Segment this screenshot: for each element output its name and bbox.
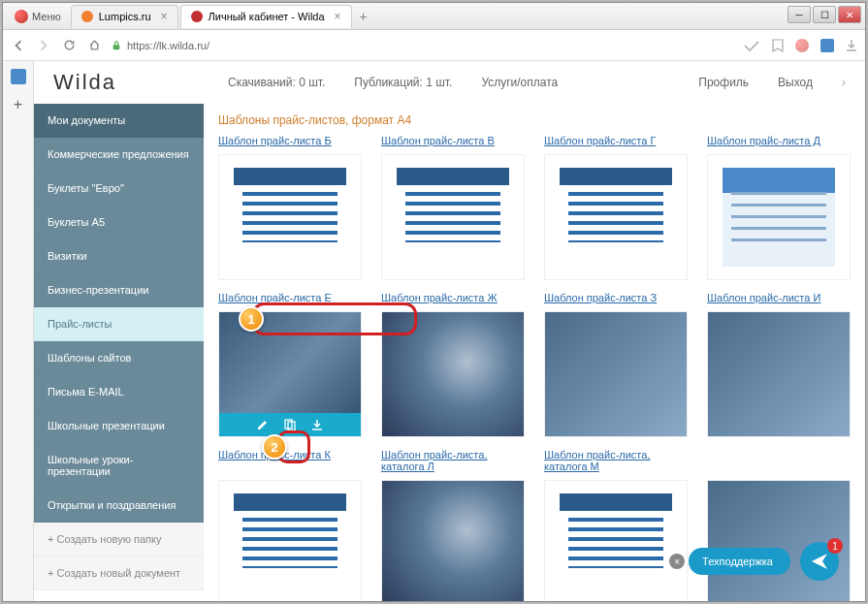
template-link[interactable]: Шаблон прайс-листа В	[381, 135, 525, 148]
sidebar-item-school-lessons[interactable]: Школьные уроки-презентации	[34, 443, 204, 489]
vpn-icon[interactable]	[743, 40, 760, 51]
sidebar-item-price-lists[interactable]: Прайс-листы	[34, 307, 204, 341]
support-pill[interactable]: Техподдержка	[689, 548, 790, 575]
header-stat-publications[interactable]: Публикаций: 1 шт.	[354, 76, 452, 89]
svg-rect-0	[113, 45, 120, 49]
rail-add-icon[interactable]: +	[14, 96, 22, 113]
minimize-button[interactable]: ─	[788, 6, 811, 23]
tab-favicon	[81, 11, 93, 22]
support-fab-button[interactable]: 1	[800, 542, 839, 581]
template-link[interactable]: Шаблон прайс-листа К	[218, 449, 362, 474]
back-button[interactable]	[11, 38, 26, 53]
sidebar-item-school-pres[interactable]: Школьные презентации	[34, 409, 204, 443]
maximize-button[interactable]: ☐	[813, 6, 836, 23]
support-close-button[interactable]: ×	[669, 554, 685, 569]
page-heading: Шаблоны прайс-листов, формат А4	[218, 113, 851, 127]
close-window-button[interactable]: ✕	[838, 6, 861, 23]
sidebar-item-my-docs[interactable]: Мои документы	[34, 104, 204, 138]
home-button[interactable]	[86, 38, 102, 53]
template-card: Шаблон прайс-листа В	[381, 135, 525, 280]
close-tab-icon[interactable]: ×	[335, 10, 341, 23]
template-link[interactable]: Шаблон прайс-листа, каталога М	[544, 449, 688, 474]
tab-label: Личный кабинет - Wilda	[209, 11, 325, 22]
url-field[interactable]: https://lk.wilda.ru/	[112, 40, 733, 51]
sidebar-item-booklets-a5[interactable]: Буклеты А5	[34, 206, 204, 239]
template-card-selected: Шаблон прайс-листа Е	[218, 292, 362, 437]
template-link[interactable]: Шаблон прайс-листа Е	[218, 292, 362, 305]
template-link[interactable]: Шаблон прайс-листа Г	[544, 135, 688, 148]
copy-icon[interactable]	[283, 418, 297, 431]
sidebar-item-site-templates[interactable]: Шаблоны сайтов	[34, 341, 204, 375]
browser-menu-button[interactable]: Меню	[7, 10, 69, 23]
sidebar-item-commercial[interactable]: Коммерческие предложения	[34, 138, 204, 172]
template-thumbnail[interactable]	[218, 480, 362, 601]
header-stat-downloads[interactable]: Скачиваний: 0 шт.	[228, 76, 325, 89]
template-card: Шаблон прайс-листа З	[544, 292, 688, 437]
chevron-right-icon: ›	[842, 76, 846, 89]
support-badge: 1	[827, 538, 843, 554]
template-card: Шаблон прайс-листа К	[218, 449, 362, 601]
template-card: Шаблон прайс-листа Д	[707, 135, 851, 280]
sidebar-item-emails[interactable]: Письма E-MAIL	[34, 375, 204, 409]
template-thumbnail[interactable]	[381, 154, 525, 280]
template-link[interactable]: Шаблон прайс-листа З	[544, 292, 688, 305]
template-thumbnail[interactable]	[381, 311, 525, 437]
lock-icon	[112, 41, 121, 50]
sidebar-item-booklets-euro[interactable]: Буклеты "Евро"	[34, 172, 204, 206]
edit-icon[interactable]	[256, 418, 270, 431]
url-text: https://lk.wilda.ru/	[127, 40, 209, 51]
template-link[interactable]: Шаблон прайс-листа Ж	[381, 292, 525, 305]
tab-favicon	[191, 11, 203, 22]
sidebar-item-biz-presentations[interactable]: Бизнес-презентации	[34, 273, 204, 307]
close-tab-icon[interactable]: ×	[161, 10, 168, 23]
sidebar-item-new-document[interactable]: + Создать новый документ	[34, 556, 204, 590]
reload-button[interactable]	[61, 38, 77, 53]
opera-sync-icon[interactable]	[795, 39, 809, 52]
sidebar-item-new-folder[interactable]: + Создать новую папку	[34, 523, 204, 556]
logo[interactable]: Wilda	[53, 70, 199, 95]
template-link[interactable]: Шаблон прайс-листа И	[707, 292, 851, 305]
template-thumbnail[interactable]	[544, 480, 688, 601]
template-card: Шаблон прайс-листа Б	[218, 135, 362, 280]
template-card: Шаблон прайс-листа Г	[544, 135, 688, 280]
sidebar-item-cards[interactable]: Визитки	[34, 239, 204, 273]
template-thumbnail[interactable]	[544, 311, 688, 437]
template-link[interactable]: Шаблон прайс-листа, каталога Л	[381, 449, 525, 474]
template-card: Шаблон прайс-листа И	[707, 292, 851, 437]
template-link[interactable]: Шаблон прайс-листа Б	[218, 135, 362, 148]
forward-button[interactable]	[36, 38, 51, 53]
browser-sidebar-rail: +	[3, 61, 34, 601]
template-thumbnail[interactable]	[544, 154, 688, 280]
template-thumbnail[interactable]	[218, 154, 362, 280]
template-link[interactable]: Шаблон прайс-листа Д	[707, 135, 851, 148]
browser-tab-active[interactable]: Личный кабинет - Wilda ×	[180, 5, 352, 28]
template-thumbnail[interactable]	[381, 480, 525, 601]
template-thumbnail[interactable]	[218, 311, 362, 437]
header-services-link[interactable]: Услуги/оплата	[481, 76, 558, 89]
menu-label: Меню	[32, 11, 61, 22]
bookmark-icon[interactable]	[772, 39, 784, 52]
download-icon[interactable]	[310, 418, 324, 431]
template-card: Шаблон прайс-листа Ж	[381, 292, 525, 437]
templates-area: Шаблоны прайс-листов, формат А4 Шаблон п…	[204, 104, 865, 601]
download-icon[interactable]	[846, 39, 857, 52]
sidebar-item-postcards[interactable]: Открытки и поздравления	[34, 489, 204, 523]
support-widget: × Техподдержка 1	[669, 542, 839, 581]
template-card: Шаблон прайс-листа, каталога Л	[381, 449, 525, 601]
extension-icon[interactable]	[820, 39, 834, 52]
rail-extension-icon[interactable]	[11, 69, 26, 84]
template-card: Шаблон прайс-листа, каталога М	[544, 449, 688, 601]
address-bar: https://lk.wilda.ru/	[3, 30, 865, 61]
tab-label: Lumpics.ru	[99, 11, 151, 22]
header-profile-link[interactable]: Профиль	[698, 76, 749, 89]
browser-tab[interactable]: Lumpics.ru ×	[71, 5, 178, 28]
header-exit-link[interactable]: Выход	[778, 76, 813, 89]
template-thumbnail[interactable]	[707, 311, 851, 437]
template-link	[707, 449, 851, 474]
app-header: Wilda Скачиваний: 0 шт. Публикаций: 1 шт…	[34, 61, 865, 104]
new-tab-button[interactable]: +	[354, 9, 373, 24]
template-action-bar	[219, 413, 361, 436]
support-label: Техподдержка	[702, 556, 773, 567]
send-icon	[810, 552, 829, 571]
template-thumbnail[interactable]	[707, 154, 851, 280]
